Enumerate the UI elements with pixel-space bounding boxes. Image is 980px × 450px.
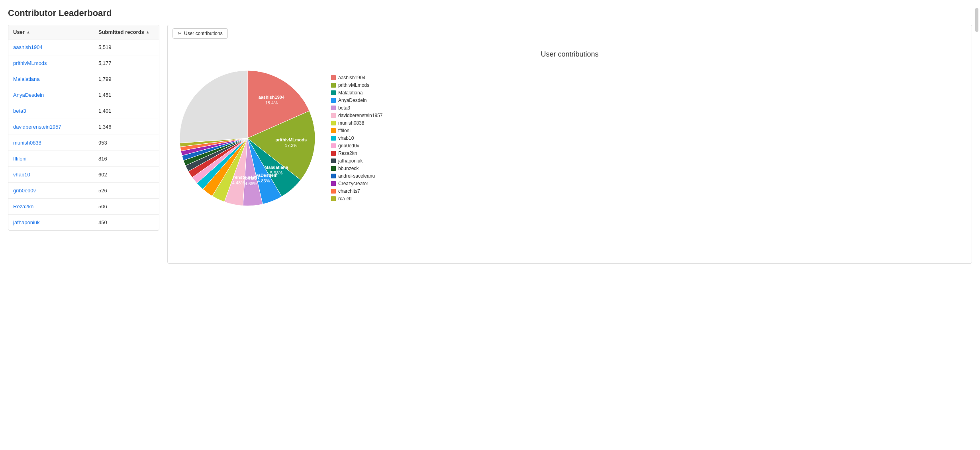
cell-user: prithivMLmods <box>13 60 98 66</box>
col-user-header: User ▲ <box>13 29 98 35</box>
cell-user: aashish1904 <box>13 44 98 50</box>
user-contributions-tab[interactable]: ✂ User contributions <box>172 28 228 39</box>
legend-color <box>331 189 336 194</box>
table-row: Malalatiana 1,799 <box>8 71 159 87</box>
user-link[interactable]: munish0838 <box>13 140 41 146</box>
legend-item: Reza2kn <box>331 151 382 156</box>
legend-color <box>331 113 336 118</box>
main-layout: User ▲ Submitted records ▲ aashish1904 5… <box>8 25 972 264</box>
cell-records: 450 <box>98 219 154 225</box>
table-row: fffiloni 816 <box>8 151 159 167</box>
chart-panel: ✂ User contributions User contributions … <box>167 25 972 264</box>
legend-color <box>331 151 336 156</box>
legend-item: grib0ed0v <box>331 143 382 149</box>
cell-records: 1,451 <box>98 92 154 98</box>
table-row: aashish1904 5,519 <box>8 39 159 55</box>
legend-label: rca-etl <box>338 196 351 202</box>
legend-label: prithivMLmods <box>338 82 369 88</box>
legend-color <box>331 158 336 163</box>
user-link[interactable]: Malalatiana <box>13 76 40 82</box>
cell-records: 602 <box>98 172 154 178</box>
legend-label: Reza2kn <box>338 151 357 156</box>
legend-label: jafhaponiuk <box>338 158 363 164</box>
cell-records: 5,519 <box>98 44 154 50</box>
user-link[interactable]: prithivMLmods <box>13 60 47 66</box>
legend-item: Malalatiana <box>331 90 382 96</box>
records-sort-icon[interactable]: ▲ <box>146 30 150 34</box>
legend-color <box>331 83 336 88</box>
pie-chart: aashish190418.4%prithivMLmods17.2%Malala… <box>176 67 319 210</box>
legend-label: bbunzeck <box>338 166 359 171</box>
legend-color <box>331 98 336 103</box>
user-link[interactable]: AnyaDesdein <box>13 92 44 98</box>
legend-item: munish0838 <box>331 120 382 126</box>
cell-records: 953 <box>98 140 154 146</box>
legend-color <box>331 143 336 148</box>
pie-slice <box>180 70 247 143</box>
chart-legend: aashish1904 prithivMLmods Malalatiana An… <box>331 75 382 202</box>
cell-records: 1,346 <box>98 124 154 130</box>
user-link[interactable]: fffiloni <box>13 156 27 162</box>
pie-label: prithivMLmods <box>275 137 307 142</box>
user-link[interactable]: aashish1904 <box>13 44 43 50</box>
cell-user: beta3 <box>13 108 98 114</box>
records-col-label: Submitted records <box>98 29 144 35</box>
table-row: davidberenstein1957 1,346 <box>8 119 159 135</box>
legend-color <box>331 181 336 186</box>
user-link[interactable]: grib0ed0v <box>13 188 36 194</box>
col-records-header: Submitted records ▲ <box>98 29 154 35</box>
pie-percent: 4.66% <box>245 181 257 186</box>
legend-label: grib0ed0v <box>338 143 359 149</box>
user-link[interactable]: beta3 <box>13 108 26 114</box>
legend-item: rca-etl <box>331 196 382 202</box>
legend-color <box>331 121 336 125</box>
cell-records: 1,799 <box>98 76 154 82</box>
user-link[interactable]: Reza2kn <box>13 203 33 209</box>
cell-user: Reza2kn <box>13 203 98 209</box>
chart-area: aashish190418.4%prithivMLmods17.2%Malala… <box>176 67 964 210</box>
table-row: beta3 1,401 <box>8 103 159 119</box>
table-header: User ▲ Submitted records ▲ <box>8 25 159 39</box>
legend-item: prithivMLmods <box>331 82 382 88</box>
legend-color <box>331 174 336 178</box>
cell-user: davidberenstein1957 <box>13 124 98 130</box>
page-scrollbar[interactable] <box>975 8 978 32</box>
legend-color <box>331 136 336 141</box>
legend-label: aashish1904 <box>338 75 365 80</box>
leaderboard-table: User ▲ Submitted records ▲ aashish1904 5… <box>8 25 159 231</box>
legend-label: Malalatiana <box>338 90 363 96</box>
user-link[interactable]: vhab10 <box>13 172 30 178</box>
pie-percent: 17.2% <box>285 143 297 148</box>
table-row: munish0838 953 <box>8 135 159 151</box>
pie-label: Malalatiana <box>265 165 288 170</box>
user-link[interactable]: davidberenstein1957 <box>13 124 61 130</box>
chart-tab-bar: ✂ User contributions <box>168 25 972 42</box>
table-row: AnyaDesdein 1,451 <box>8 87 159 103</box>
legend-item: aashish1904 <box>331 75 382 80</box>
legend-item: beta3 <box>331 105 382 111</box>
table-row: grib0ed0v 526 <box>8 183 159 199</box>
legend-color <box>331 128 336 133</box>
user-col-label: User <box>13 29 25 35</box>
legend-item: andrei-saceleanu <box>331 173 382 179</box>
legend-item: vhab10 <box>331 135 382 141</box>
table-row: vhab10 602 <box>8 167 159 183</box>
chart-content: User contributions aashish190418.4%prith… <box>168 42 972 218</box>
legend-label: fffiloni <box>338 128 351 133</box>
chart-icon: ✂ <box>178 31 182 36</box>
legend-item: bbunzeck <box>331 166 382 171</box>
cell-records: 5,177 <box>98 60 154 66</box>
cell-user: grib0ed0v <box>13 188 98 194</box>
cell-records: 506 <box>98 203 154 209</box>
cell-user: AnyaDesdein <box>13 92 98 98</box>
cell-user: vhab10 <box>13 172 98 178</box>
user-link[interactable]: jafhaponiuk <box>13 219 40 225</box>
legend-label: beta3 <box>338 105 350 111</box>
pie-label: aashish1904 <box>259 95 285 100</box>
cell-records: 816 <box>98 156 154 162</box>
user-sort-icon[interactable]: ▲ <box>26 30 30 34</box>
legend-color <box>331 196 336 201</box>
cell-user: fffiloni <box>13 156 98 162</box>
legend-item: charchits7 <box>331 188 382 194</box>
cell-user: Malalatiana <box>13 76 98 82</box>
